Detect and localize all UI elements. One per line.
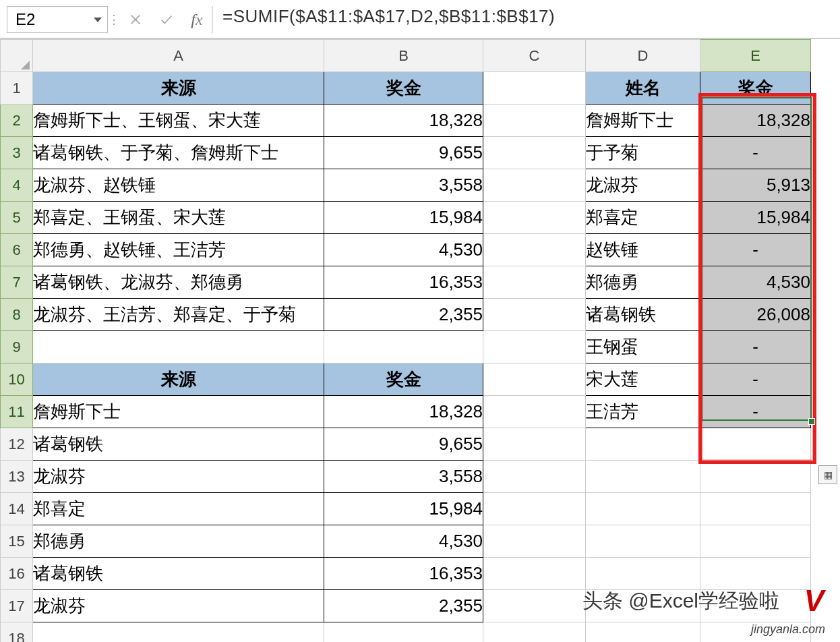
- col-header-E[interactable]: E: [700, 40, 811, 72]
- cell-E6[interactable]: -: [700, 234, 811, 266]
- cell-B12[interactable]: 9,655: [324, 428, 483, 461]
- cell-D1[interactable]: 姓名: [586, 72, 700, 105]
- cell-A4[interactable]: 龙淑芬、赵铁锤: [33, 169, 324, 202]
- cell-C9[interactable]: [483, 331, 586, 363]
- cell-D18[interactable]: [586, 622, 700, 643]
- cell-D3[interactable]: 于予菊: [586, 137, 700, 169]
- row-header-12[interactable]: 12: [1, 428, 33, 461]
- cell-E14[interactable]: [700, 493, 811, 525]
- row-header-11[interactable]: 11: [1, 396, 33, 428]
- cell-D4[interactable]: 龙淑芬: [586, 169, 700, 202]
- formula-input[interactable]: =SUMIF($A$11:$A$17,D2,$B$11:$B$17): [212, 6, 837, 33]
- cell-D7[interactable]: 郑德勇: [586, 266, 700, 299]
- cell-B3[interactable]: 9,655: [324, 137, 483, 169]
- cell-B11[interactable]: 18,328: [324, 396, 483, 428]
- cell-C7[interactable]: [483, 266, 586, 299]
- row-header-17[interactable]: 17: [1, 590, 33, 622]
- col-header-C[interactable]: C: [483, 40, 586, 72]
- cell-E10[interactable]: -: [700, 363, 811, 396]
- cell-E8[interactable]: 26,008: [700, 299, 811, 331]
- cell-B17[interactable]: 2,355: [324, 590, 483, 622]
- cell-D2[interactable]: 詹姆斯下士: [586, 105, 700, 137]
- row-header-6[interactable]: 6: [1, 234, 33, 266]
- cell-A6[interactable]: 郑德勇、赵铁锤、王洁芳: [33, 234, 324, 266]
- cell-A10[interactable]: 来源: [33, 363, 324, 396]
- cell-A9[interactable]: [33, 331, 324, 363]
- cell-C17[interactable]: [483, 590, 586, 622]
- cell-E3[interactable]: -: [700, 137, 811, 169]
- cell-D13[interactable]: [586, 461, 700, 493]
- row-header-13[interactable]: 13: [1, 461, 33, 493]
- row-header-4[interactable]: 4: [1, 169, 33, 202]
- cell-C14[interactable]: [483, 493, 586, 525]
- cell-A16[interactable]: 诸葛钢铁: [33, 558, 324, 590]
- row-header-14[interactable]: 14: [1, 493, 33, 525]
- cell-C13[interactable]: [483, 461, 586, 493]
- cell-B9[interactable]: [324, 331, 483, 363]
- cell-C2[interactable]: [483, 105, 586, 137]
- cell-D14[interactable]: [586, 493, 700, 525]
- cell-B15[interactable]: 4,530: [324, 525, 483, 558]
- row-header-16[interactable]: 16: [1, 558, 33, 590]
- row-header-1[interactable]: 1: [1, 72, 33, 105]
- cell-C18[interactable]: [483, 622, 586, 643]
- cell-B4[interactable]: 3,558: [324, 169, 483, 202]
- row-header-5[interactable]: 5: [1, 202, 33, 234]
- cell-A12[interactable]: 诸葛钢铁: [33, 428, 324, 461]
- cell-E4[interactable]: 5,913: [700, 169, 811, 202]
- cell-C6[interactable]: [483, 234, 586, 266]
- cell-B16[interactable]: 16,353: [324, 558, 483, 590]
- cell-B13[interactable]: 3,558: [324, 461, 483, 493]
- cell-C3[interactable]: [483, 137, 586, 169]
- cell-D6[interactable]: 赵铁锤: [586, 234, 700, 266]
- cell-A1[interactable]: 来源: [33, 72, 324, 105]
- row-header-7[interactable]: 7: [1, 266, 33, 299]
- row-header-15[interactable]: 15: [1, 525, 33, 558]
- cell-C10[interactable]: [483, 363, 586, 396]
- cell-B7[interactable]: 16,353: [324, 266, 483, 299]
- row-header-9[interactable]: 9: [1, 331, 33, 363]
- cell-B14[interactable]: 15,984: [324, 493, 483, 525]
- name-box-dropdown-icon[interactable]: [94, 18, 102, 22]
- cell-A11[interactable]: 詹姆斯下士: [33, 396, 324, 428]
- cell-E9[interactable]: -: [700, 331, 811, 363]
- spreadsheet-grid[interactable]: A B C D E 1来源奖金姓名奖金2詹姆斯下士、王钢蛋、宋大莲18,328詹…: [0, 39, 840, 642]
- cell-A15[interactable]: 郑德勇: [33, 525, 324, 558]
- cell-D15[interactable]: [586, 525, 700, 558]
- col-header-A[interactable]: A: [33, 40, 324, 72]
- cell-E16[interactable]: [700, 558, 811, 590]
- cell-B18[interactable]: [324, 622, 483, 643]
- cell-A5[interactable]: 郑喜定、王钢蛋、宋大莲: [33, 202, 324, 234]
- select-all-button[interactable]: [1, 40, 33, 72]
- cell-D8[interactable]: 诸葛钢铁: [586, 299, 700, 331]
- row-header-10[interactable]: 10: [1, 363, 33, 396]
- cell-C8[interactable]: [483, 299, 586, 331]
- cell-A3[interactable]: 诸葛钢铁、于予菊、詹姆斯下士: [33, 137, 324, 169]
- fx-icon[interactable]: fx: [182, 11, 212, 29]
- cell-C16[interactable]: [483, 558, 586, 590]
- cell-C11[interactable]: [483, 396, 586, 428]
- row-header-3[interactable]: 3: [1, 137, 33, 169]
- cell-C12[interactable]: [483, 428, 586, 461]
- cell-E12[interactable]: [700, 428, 811, 461]
- cancel-icon[interactable]: [120, 6, 151, 33]
- cell-E2[interactable]: 18,328: [700, 105, 811, 137]
- row-header-8[interactable]: 8: [1, 299, 33, 331]
- cell-D9[interactable]: 王钢蛋: [586, 331, 700, 363]
- cell-B8[interactable]: 2,355: [324, 299, 483, 331]
- cell-B2[interactable]: 18,328: [324, 105, 483, 137]
- cell-C15[interactable]: [483, 525, 586, 558]
- cell-E7[interactable]: 4,530: [700, 266, 811, 299]
- cell-A8[interactable]: 龙淑芬、王洁芳、郑喜定、于予菊: [33, 299, 324, 331]
- cell-E11[interactable]: -: [700, 396, 811, 428]
- cell-D16[interactable]: [586, 558, 700, 590]
- cell-C1[interactable]: [483, 72, 586, 105]
- cell-D12[interactable]: [586, 428, 700, 461]
- row-header-2[interactable]: 2: [1, 105, 33, 137]
- cell-E1[interactable]: 奖金: [700, 72, 811, 105]
- cell-A17[interactable]: 龙淑芬: [33, 590, 324, 622]
- row-header-18[interactable]: 18: [1, 622, 33, 643]
- cell-C5[interactable]: [483, 202, 586, 234]
- cell-B6[interactable]: 4,530: [324, 234, 483, 266]
- col-header-B[interactable]: B: [324, 40, 483, 72]
